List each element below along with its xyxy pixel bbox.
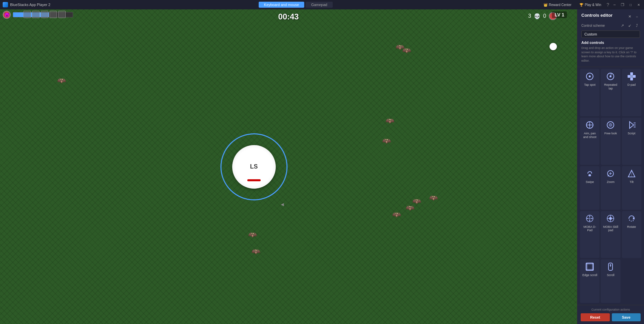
svg-marker-45 (609, 264, 611, 265)
control-script[interactable]: Script (622, 118, 641, 165)
score-value: 0 (543, 13, 546, 19)
minimize-panel-button[interactable]: − (634, 14, 640, 20)
panel-title: Controls editor (581, 13, 613, 18)
control-swipe[interactable]: Swipe (580, 166, 599, 210)
bat-1: 🦇 (57, 76, 68, 83)
svg-point-12 (589, 124, 590, 126)
control-moba-skill-pad[interactable]: MOBA Skill pad (601, 211, 620, 258)
repeated-tap-label: Repeated tap (602, 83, 619, 90)
controls-grid: Tap spot Repeated tap (577, 67, 644, 305)
export-icon[interactable]: ⤴ (634, 22, 640, 28)
svg-marker-29 (587, 218, 588, 219)
swipe-label: Swipe (586, 180, 594, 184)
title-bar: BlueStacks App Player 2 Keyboard and mou… (0, 0, 644, 9)
control-rotate[interactable]: Rotate (622, 211, 641, 258)
controls-panel: Controls editor ✕ − Control scheme ↗ ↙ ⤴… (577, 9, 644, 324)
add-controls-title: Add controls (581, 41, 640, 45)
zoom-icon (605, 168, 616, 179)
moba-d-pad-label: MOBA D-Pad (581, 225, 598, 233)
joystick-outer: LS (220, 133, 287, 200)
aim-pan-shoot-label: Aim, pan and shoot (581, 132, 598, 139)
rotate-icon (626, 213, 637, 224)
free-look-icon (605, 120, 616, 130)
moba-skill-pad-label: MOBA Skill pad (602, 225, 619, 233)
control-edge-scroll[interactable]: Edge scroll (580, 259, 599, 303)
bat-11: 🦇 (429, 194, 440, 200)
main-content: 😈 00:43 3 💀 0 LV (0, 9, 644, 324)
control-scroll[interactable]: Scroll (601, 259, 620, 303)
panel-header: Controls editor ✕ − Control scheme ↗ ↙ ⤴… (577, 9, 644, 67)
tap-spot-label: Tap spot (584, 83, 595, 87)
reset-button[interactable]: Reset (581, 313, 610, 321)
level-badge: LV 1 (552, 11, 567, 18)
svg-point-1 (589, 75, 591, 77)
tap-spot-icon (584, 71, 595, 82)
svg-rect-4 (630, 72, 633, 75)
scheme-icons: ↗ ↙ ⤴ (619, 22, 640, 28)
free-look-label: Free look (604, 132, 617, 135)
add-controls-desc: Drag and drop an action on your game scr… (581, 46, 640, 63)
level-text: LV 1 (555, 12, 564, 17)
maximize-button[interactable]: □ (628, 2, 633, 7)
control-tilt[interactable]: Tilt (622, 166, 641, 210)
swipe-icon (584, 168, 595, 179)
svg-point-15 (610, 125, 611, 126)
white-ball (550, 43, 557, 50)
bat-8: 🦇 (392, 210, 403, 217)
bat-2: 🦇 (385, 117, 396, 123)
crown-icon: 👑 (543, 3, 548, 7)
icon-box-3 (41, 11, 48, 18)
bat-3: 🦇 (382, 137, 393, 143)
svg-marker-28 (589, 220, 590, 221)
play-win-button[interactable]: 🏆 Play & Win (577, 2, 604, 7)
restore-button[interactable]: ❐ (620, 2, 625, 7)
svg-rect-6 (628, 75, 630, 78)
share-icon[interactable]: ↗ (619, 22, 625, 28)
trophy-icon: 🏆 (579, 3, 583, 7)
game-area: 😈 00:43 3 💀 0 LV (0, 9, 577, 324)
svg-rect-7 (633, 75, 636, 78)
edge-scroll-icon (584, 261, 595, 272)
svg-rect-42 (586, 269, 593, 270)
panel-footer: Current configuration actions Reset Save (577, 305, 644, 324)
minimize-button[interactable]: − (612, 2, 617, 7)
close-button[interactable]: ✕ (636, 2, 641, 7)
control-scheme-row: Control scheme ↗ ↙ ⤴ (581, 22, 640, 28)
svg-rect-5 (630, 78, 633, 80)
kill-count: 3 (528, 13, 531, 19)
control-d-pad[interactable]: D-pad (622, 69, 641, 116)
control-moba-d-pad[interactable]: MOBA D-Pad (580, 211, 599, 258)
bat-7: 🦇 (405, 204, 416, 210)
tab-keyboard-mouse[interactable]: Keyboard and mouse (259, 2, 305, 8)
scheme-dropdown[interactable]: Custom (581, 30, 640, 38)
moba-skill-pad-icon (605, 213, 616, 224)
reward-center-button[interactable]: 👑 Reward Center (541, 2, 574, 7)
tilt-icon (626, 168, 637, 179)
control-free-look[interactable]: Free look (601, 118, 620, 165)
tab-gamepad[interactable]: Gamepad (306, 2, 332, 8)
icon-box-2 (32, 11, 40, 18)
scroll-label: Scroll (607, 273, 615, 277)
app-icon (3, 2, 8, 7)
icon-box-5 (58, 11, 66, 18)
control-aim-pan-shoot[interactable]: Aim, pan and shoot (580, 118, 599, 165)
help-icon[interactable]: ? (606, 2, 609, 7)
import-icon[interactable]: ↙ (627, 22, 633, 28)
icon-box-4 (50, 11, 57, 18)
save-button[interactable]: Save (612, 313, 641, 321)
control-zoom[interactable]: Zoom (601, 166, 620, 210)
moba-d-pad-icon (584, 213, 595, 224)
bat-6: 🦇 (412, 197, 423, 204)
close-panel-button[interactable]: ✕ (627, 14, 633, 20)
skull-icon: 💀 (534, 13, 540, 19)
svg-rect-8 (630, 75, 633, 78)
rotate-label: Rotate (627, 225, 636, 229)
scroll-icon (605, 261, 616, 272)
repeated-tap-icon (605, 71, 616, 82)
control-tap-spot[interactable]: Tap spot (580, 69, 599, 116)
tilt-label: Tilt (630, 180, 634, 184)
footer-config-label: Current configuration actions (581, 308, 641, 311)
player-avatar: 😈 (3, 11, 11, 19)
bat-9: 🦇 (248, 231, 259, 237)
control-repeated-tap[interactable]: Repeated tap (601, 69, 620, 116)
